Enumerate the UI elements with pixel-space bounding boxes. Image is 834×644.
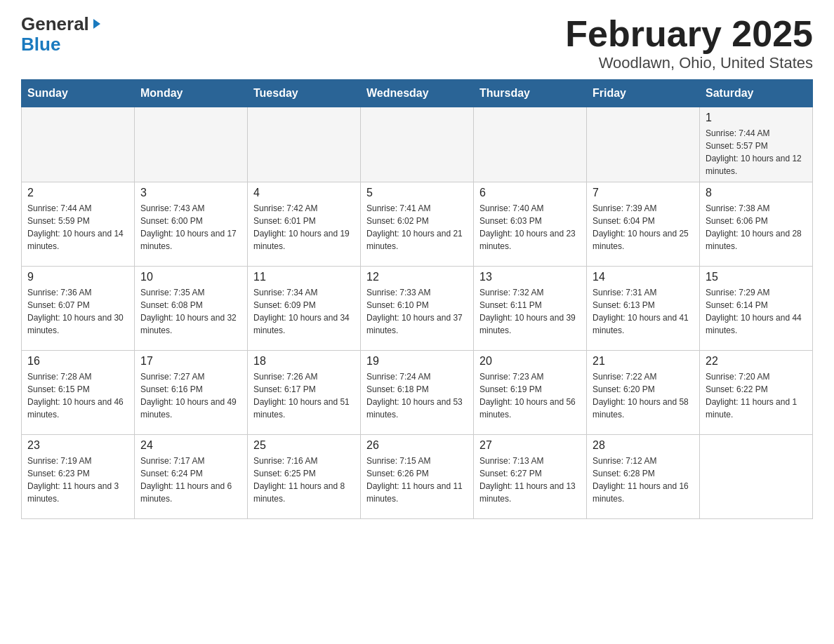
calendar-cell: 10Sunrise: 7:35 AM Sunset: 6:08 PM Dayli…	[135, 267, 248, 351]
day-info: Sunrise: 7:22 AM Sunset: 6:20 PM Dayligh…	[593, 370, 694, 421]
page-header: General Blue February 2025 Woodlawn, Ohi…	[21, 14, 813, 72]
day-number: 6	[479, 187, 581, 199]
day-header-monday: Monday	[135, 80, 248, 107]
calendar-cell	[361, 107, 474, 182]
calendar-cell: 27Sunrise: 7:13 AM Sunset: 6:27 PM Dayli…	[474, 435, 587, 519]
day-number: 2	[27, 187, 128, 199]
day-info: Sunrise: 7:12 AM Sunset: 6:28 PM Dayligh…	[593, 455, 694, 505]
day-info: Sunrise: 7:31 AM Sunset: 6:13 PM Dayligh…	[593, 286, 694, 337]
day-info: Sunrise: 7:27 AM Sunset: 6:16 PM Dayligh…	[140, 370, 241, 421]
day-info: Sunrise: 7:29 AM Sunset: 6:14 PM Dayligh…	[706, 286, 807, 337]
calendar-cell: 11Sunrise: 7:34 AM Sunset: 6:09 PM Dayli…	[248, 267, 361, 351]
calendar-cell: 28Sunrise: 7:12 AM Sunset: 6:28 PM Dayli…	[587, 435, 700, 519]
calendar-week-5: 23Sunrise: 7:19 AM Sunset: 6:23 PM Dayli…	[22, 435, 813, 519]
day-number: 22	[706, 355, 807, 368]
calendar-week-1: 1Sunrise: 7:44 AM Sunset: 5:57 PM Daylig…	[22, 107, 813, 182]
day-info: Sunrise: 7:36 AM Sunset: 6:07 PM Dayligh…	[27, 286, 128, 337]
calendar-body: 1Sunrise: 7:44 AM Sunset: 5:57 PM Daylig…	[22, 107, 813, 519]
calendar-cell	[587, 107, 700, 182]
day-info: Sunrise: 7:38 AM Sunset: 6:06 PM Dayligh…	[706, 202, 807, 253]
calendar-cell: 12Sunrise: 7:33 AM Sunset: 6:10 PM Dayli…	[361, 267, 474, 351]
day-number: 13	[479, 271, 581, 283]
calendar-cell: 16Sunrise: 7:28 AM Sunset: 6:15 PM Dayli…	[22, 351, 135, 435]
day-number: 8	[706, 187, 807, 199]
calendar-cell	[135, 107, 248, 182]
day-header-thursday: Thursday	[474, 80, 587, 107]
day-info: Sunrise: 7:40 AM Sunset: 6:03 PM Dayligh…	[479, 202, 581, 253]
day-number: 24	[140, 439, 241, 452]
day-number: 12	[366, 271, 468, 283]
day-number: 14	[593, 271, 694, 283]
day-number: 1	[706, 112, 807, 124]
day-info: Sunrise: 7:23 AM Sunset: 6:19 PM Dayligh…	[479, 370, 581, 421]
page-subtitle: Woodlawn, Ohio, United States	[565, 54, 813, 72]
calendar-cell: 3Sunrise: 7:43 AM Sunset: 6:00 PM Daylig…	[135, 182, 248, 267]
calendar-cell: 18Sunrise: 7:26 AM Sunset: 6:17 PM Dayli…	[248, 351, 361, 435]
calendar-cell	[22, 107, 135, 182]
calendar-cell: 6Sunrise: 7:40 AM Sunset: 6:03 PM Daylig…	[474, 182, 587, 267]
day-info: Sunrise: 7:28 AM Sunset: 6:15 PM Dayligh…	[27, 370, 128, 421]
calendar-cell: 15Sunrise: 7:29 AM Sunset: 6:14 PM Dayli…	[700, 267, 813, 351]
calendar-cell: 19Sunrise: 7:24 AM Sunset: 6:18 PM Dayli…	[361, 351, 474, 435]
calendar-cell: 22Sunrise: 7:20 AM Sunset: 6:22 PM Dayli…	[700, 351, 813, 435]
calendar-cell: 5Sunrise: 7:41 AM Sunset: 6:02 PM Daylig…	[361, 182, 474, 267]
day-info: Sunrise: 7:17 AM Sunset: 6:24 PM Dayligh…	[140, 455, 241, 505]
day-number: 25	[253, 439, 355, 452]
day-number: 21	[593, 355, 694, 368]
calendar-cell: 2Sunrise: 7:44 AM Sunset: 5:59 PM Daylig…	[22, 182, 135, 267]
calendar-week-4: 16Sunrise: 7:28 AM Sunset: 6:15 PM Dayli…	[22, 351, 813, 435]
day-info: Sunrise: 7:35 AM Sunset: 6:08 PM Dayligh…	[140, 286, 241, 337]
calendar-week-2: 2Sunrise: 7:44 AM Sunset: 5:59 PM Daylig…	[22, 182, 813, 267]
day-number: 26	[366, 439, 468, 452]
day-header-tuesday: Tuesday	[248, 80, 361, 107]
calendar-cell: 24Sunrise: 7:17 AM Sunset: 6:24 PM Dayli…	[135, 435, 248, 519]
calendar-cell: 8Sunrise: 7:38 AM Sunset: 6:06 PM Daylig…	[700, 182, 813, 267]
day-info: Sunrise: 7:19 AM Sunset: 6:23 PM Dayligh…	[27, 455, 128, 505]
day-info: Sunrise: 7:15 AM Sunset: 6:26 PM Dayligh…	[366, 455, 468, 505]
day-number: 20	[479, 355, 581, 368]
day-info: Sunrise: 7:26 AM Sunset: 6:17 PM Dayligh…	[253, 370, 355, 421]
day-info: Sunrise: 7:33 AM Sunset: 6:10 PM Dayligh…	[366, 286, 468, 337]
day-number: 27	[479, 439, 581, 452]
title-block: February 2025 Woodlawn, Ohio, United Sta…	[565, 14, 813, 72]
day-info: Sunrise: 7:34 AM Sunset: 6:09 PM Dayligh…	[253, 286, 355, 337]
calendar-cell: 13Sunrise: 7:32 AM Sunset: 6:11 PM Dayli…	[474, 267, 587, 351]
day-number: 11	[253, 271, 355, 283]
day-info: Sunrise: 7:13 AM Sunset: 6:27 PM Dayligh…	[479, 455, 581, 505]
calendar-cell	[700, 435, 813, 519]
day-header-wednesday: Wednesday	[361, 80, 474, 107]
calendar-cell: 23Sunrise: 7:19 AM Sunset: 6:23 PM Dayli…	[22, 435, 135, 519]
calendar-table: SundayMondayTuesdayWednesdayThursdayFrid…	[21, 79, 813, 519]
calendar-cell: 20Sunrise: 7:23 AM Sunset: 6:19 PM Dayli…	[474, 351, 587, 435]
calendar-cell	[474, 107, 587, 182]
day-header-friday: Friday	[587, 80, 700, 107]
svg-marker-0	[93, 19, 100, 29]
day-header-saturday: Saturday	[700, 80, 813, 107]
day-info: Sunrise: 7:43 AM Sunset: 6:00 PM Dayligh…	[140, 202, 241, 253]
calendar-cell: 14Sunrise: 7:31 AM Sunset: 6:13 PM Dayli…	[587, 267, 700, 351]
logo-general-text: General	[21, 14, 89, 34]
day-info: Sunrise: 7:39 AM Sunset: 6:04 PM Dayligh…	[593, 202, 694, 253]
calendar-header: SundayMondayTuesdayWednesdayThursdayFrid…	[22, 80, 813, 107]
day-info: Sunrise: 7:32 AM Sunset: 6:11 PM Dayligh…	[479, 286, 581, 337]
day-number: 9	[27, 271, 128, 283]
calendar-cell: 25Sunrise: 7:16 AM Sunset: 6:25 PM Dayli…	[248, 435, 361, 519]
day-number: 16	[27, 355, 128, 368]
day-info: Sunrise: 7:44 AM Sunset: 5:59 PM Dayligh…	[27, 202, 128, 253]
day-info: Sunrise: 7:42 AM Sunset: 6:01 PM Dayligh…	[253, 202, 355, 253]
day-number: 19	[366, 355, 468, 368]
day-info: Sunrise: 7:16 AM Sunset: 6:25 PM Dayligh…	[253, 455, 355, 505]
day-info: Sunrise: 7:44 AM Sunset: 5:57 PM Dayligh…	[706, 127, 807, 177]
logo-blue-text: Blue	[21, 34, 60, 55]
page-title: February 2025	[565, 14, 813, 54]
day-number: 15	[706, 271, 807, 283]
day-info: Sunrise: 7:41 AM Sunset: 6:02 PM Dayligh…	[366, 202, 468, 253]
day-info: Sunrise: 7:20 AM Sunset: 6:22 PM Dayligh…	[706, 370, 807, 421]
calendar-cell	[248, 107, 361, 182]
day-number: 7	[593, 187, 694, 199]
day-number: 10	[140, 271, 241, 283]
day-number: 4	[253, 187, 355, 199]
day-number: 5	[366, 187, 468, 199]
day-info: Sunrise: 7:24 AM Sunset: 6:18 PM Dayligh…	[366, 370, 468, 421]
day-number: 23	[27, 439, 128, 452]
